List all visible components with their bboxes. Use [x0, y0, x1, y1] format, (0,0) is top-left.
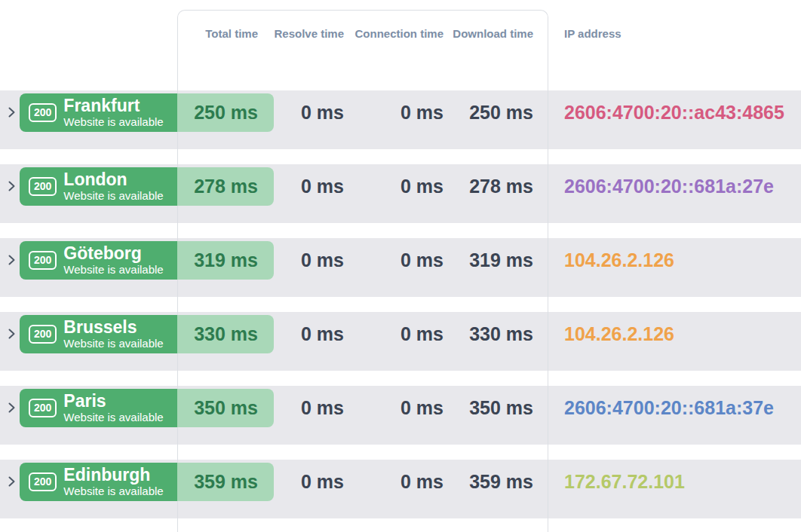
expand-row-button[interactable] — [5, 401, 17, 414]
availability-text: Website is available — [63, 411, 163, 423]
location-status-dark: 200 Göteborg Website is available — [20, 241, 177, 280]
connection-time-value: 0 ms — [344, 164, 443, 209]
ip-address: 172.67.72.101 — [564, 460, 790, 504]
connection-time-value: 0 ms — [344, 238, 443, 283]
location-status-block: 200 Brussels Website is available 330 ms — [20, 315, 274, 353]
resolve-time-value: 0 ms — [258, 312, 344, 356]
expand-row-button[interactable] — [5, 105, 17, 119]
ip-address: 2606:4700:20::ac43:4865 — [564, 90, 790, 135]
download-time-value: 359 ms — [443, 460, 533, 504]
location-name: Edinburgh — [63, 466, 150, 485]
table-row: 200 Brussels Website is available 330 ms… — [0, 312, 801, 371]
status-badge: 200 — [29, 251, 57, 270]
connection-time-value: 0 ms — [344, 90, 443, 135]
ip-address: 2606:4700:20::681a:27e — [564, 164, 790, 209]
resolve-time-value: 0 ms — [258, 90, 344, 135]
location-name: Göteborg — [63, 244, 142, 263]
resolve-time-value: 0 ms — [258, 460, 344, 504]
location-status-block: 200 Paris Website is available 350 ms — [20, 389, 274, 427]
download-time-value: 330 ms — [443, 312, 533, 356]
location-status-block: 200 Edinburgh Website is available 359 m… — [20, 463, 274, 501]
download-time-value: 350 ms — [443, 386, 533, 430]
ip-address: 104.26.2.126 — [564, 312, 790, 356]
table-row: 200 London Website is available 278 ms 0… — [0, 164, 801, 223]
chevron-right-icon — [8, 254, 16, 266]
location-status-dark: 200 Frankfurt Website is available — [20, 93, 177, 132]
availability-text: Website is available — [63, 485, 163, 497]
location-name: London — [63, 170, 127, 189]
chevron-right-icon — [8, 180, 16, 192]
availability-text: Website is available — [63, 263, 163, 276]
resolve-time-value: 0 ms — [258, 386, 344, 430]
column-header-connection-time: Connection time — [344, 26, 443, 41]
status-badge: 200 — [29, 177, 57, 196]
location-status-dark: 200 Brussels Website is available — [20, 315, 177, 353]
chevron-right-icon — [8, 106, 16, 118]
location-name: Brussels — [63, 318, 137, 337]
status-badge: 200 — [29, 399, 57, 417]
location-name: Frankfurt — [63, 96, 140, 115]
location-status-dark: 200 Edinburgh Website is available — [20, 463, 177, 501]
expand-row-button[interactable] — [5, 253, 17, 267]
ip-address: 104.26.2.126 — [564, 238, 790, 283]
table-row: 200 Edinburgh Website is available 359 m… — [0, 460, 801, 518]
column-header-ip-address: IP address — [564, 26, 715, 41]
download-time-value: 319 ms — [443, 238, 533, 283]
table-row: 200 Frankfurt Website is available 250 m… — [0, 90, 801, 149]
column-header-total-time: Total time — [177, 26, 258, 41]
connection-time-value: 0 ms — [344, 460, 443, 504]
expand-row-button[interactable] — [5, 475, 17, 488]
ip-address: 2606:4700:20::681a:37e — [564, 386, 790, 430]
results-list: 200 Frankfurt Website is available 250 m… — [0, 90, 801, 532]
chevron-right-icon — [8, 402, 16, 414]
column-header-resolve-time: Resolve time — [258, 26, 344, 41]
status-badge: 200 — [29, 103, 57, 122]
location-status-block: 200 Göteborg Website is available 319 ms — [20, 241, 274, 280]
location-status-block: 200 London Website is available 278 ms — [20, 167, 274, 206]
location-name: Paris — [63, 392, 106, 411]
table-row: 200 Paris Website is available 350 ms 0 … — [0, 386, 801, 445]
status-badge: 200 — [29, 472, 57, 491]
chevron-right-icon — [8, 475, 16, 488]
location-status-dark: 200 London Website is available — [20, 167, 177, 206]
resolve-time-value: 0 ms — [258, 238, 344, 283]
download-time-value: 278 ms — [443, 164, 533, 209]
download-time-value: 250 ms — [443, 90, 533, 135]
expand-row-button[interactable] — [5, 327, 17, 341]
status-badge: 200 — [29, 325, 57, 344]
resolve-time-value: 0 ms — [258, 164, 344, 209]
availability-text: Website is available — [63, 115, 163, 128]
uptime-check-results: Total time Resolve time Connection time … — [0, 0, 801, 532]
availability-text: Website is available — [63, 337, 163, 350]
location-status-block: 200 Frankfurt Website is available 250 m… — [20, 93, 274, 132]
location-status-dark: 200 Paris Website is available — [20, 389, 177, 427]
column-header-download-time: Download time — [443, 26, 533, 41]
chevron-right-icon — [8, 328, 16, 340]
connection-time-value: 0 ms — [344, 386, 443, 430]
connection-time-value: 0 ms — [344, 312, 443, 356]
expand-row-button[interactable] — [5, 179, 17, 193]
table-row: 200 Göteborg Website is available 319 ms… — [0, 238, 801, 297]
availability-text: Website is available — [63, 189, 163, 202]
